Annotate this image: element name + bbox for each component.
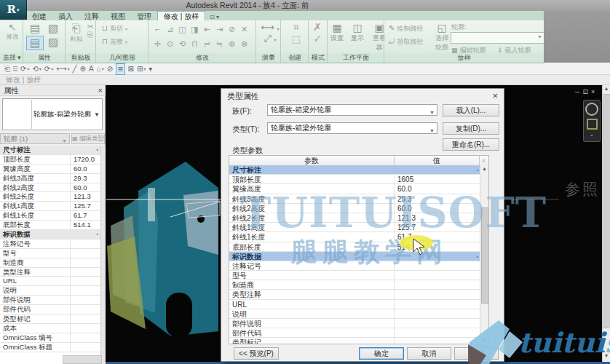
measure-icon[interactable]: ⟷▾: [56, 64, 69, 74]
join-geometry-button[interactable]: ⊓ 连接 ▾: [102, 36, 127, 47]
section-header-row[interactable]: 标识数据▪: [229, 252, 480, 261]
parameter-value[interactable]: 60.0: [395, 204, 480, 213]
measure-between-icon[interactable]: ⟷ ▾: [259, 22, 281, 33]
measure-along-icon[interactable]: ⤢ ▾: [259, 33, 281, 44]
parameter-row[interactable]: 型号: [229, 271, 480, 280]
steering-wheel-icon[interactable]: [585, 103, 598, 116]
group-label-modify[interactable]: 修改: [148, 53, 256, 63]
view-restore-icon[interactable]: ⊡: [582, 88, 591, 95]
modify-tool-button[interactable]: ↖ 修改: [3, 22, 22, 41]
parameter-row[interactable]: 注释记号: [229, 261, 480, 271]
group-label-measure[interactable]: 测量: [256, 53, 281, 63]
group-label-clipboard[interactable]: 剪贴板: [66, 53, 96, 63]
app-menu-button[interactable]: R▾: [0, 0, 27, 20]
thin-lines-icon[interactable]: ≣: [116, 63, 124, 75]
parameter-value[interactable]: [71, 305, 100, 314]
parameter-row[interactable]: 类型标记: [0, 314, 100, 324]
section-icon[interactable]: ⊘: [107, 64, 113, 74]
close-inactive-windows-icon[interactable]: ⊠: [128, 64, 134, 74]
scroll-up-icon[interactable]: ▲: [603, 86, 610, 91]
parameter-value[interactable]: [71, 333, 100, 342]
parameter-value[interactable]: [71, 314, 100, 323]
parameter-value[interactable]: [71, 258, 100, 267]
parameter-row[interactable]: 顶部长度1720.0: [0, 155, 100, 165]
scrollbar-thumb[interactable]: [481, 207, 489, 304]
family-category-icon[interactable]: ▧: [44, 22, 62, 35]
parameter-value[interactable]: [395, 309, 480, 318]
properties-help-button[interactable]: [63, 355, 102, 364]
scale-icon[interactable]: ≒: [213, 36, 226, 51]
parameter-row[interactable]: URL: [229, 300, 480, 309]
parameter-row[interactable]: 注释记号: [0, 240, 100, 249]
workplane-show-button[interactable]: ◫ 显示: [349, 22, 365, 52]
extend-icon[interactable]: ⇤: [201, 22, 213, 36]
parameter-value[interactable]: [395, 319, 480, 328]
unpin-icon[interactable]: ⊗: [238, 36, 250, 51]
parameter-value[interactable]: [395, 290, 480, 298]
parameter-value[interactable]: [71, 324, 100, 333]
section-header-row[interactable]: 尺寸标注▪: [0, 146, 100, 155]
parameter-value[interactable]: [71, 296, 100, 304]
group-label-select[interactable]: 选择 ▾: [0, 53, 23, 63]
workplane-set-button[interactable]: ▦ 设置: [329, 22, 345, 52]
family-dropdown[interactable]: 轮廓族-箱梁外轮廓 ▼: [267, 104, 437, 116]
group-label-mode[interactable]: 模式: [309, 53, 328, 63]
paste-button[interactable]: ⎗ 粘贴: [68, 22, 84, 44]
copy-clipboard-icon[interactable]: ⎘: [86, 31, 95, 39]
create-group-icon[interactable]: ⌗: [285, 22, 307, 33]
rename-button[interactable]: 重命名(R)...: [443, 138, 499, 151]
parameter-row[interactable]: 斜线1长度61.7: [229, 232, 480, 242]
navbar-chevron-icon[interactable]: ⌄: [584, 132, 600, 138]
parameter-value[interactable]: 61.7: [395, 232, 480, 241]
parameter-row[interactable]: 类型注释: [229, 290, 480, 299]
switch-windows-icon[interactable]: ⊞▾: [137, 64, 146, 74]
aligned-dimension-icon[interactable]: ╱: [73, 64, 77, 74]
workplane-viewer-button[interactable]: ▣ 查看器: [370, 22, 389, 52]
tag-icon[interactable]: ⊕: [80, 64, 86, 74]
open-icon[interactable]: ⎗: [4, 64, 10, 74]
view-close-icon[interactable]: ×: [591, 88, 598, 95]
parameter-value[interactable]: [395, 328, 480, 337]
qat-customize-icon[interactable]: ▾: [148, 64, 152, 74]
parameter-row[interactable]: 制造商: [0, 258, 100, 268]
parameter-value[interactable]: [71, 268, 100, 277]
section-header-row[interactable]: 尺寸标注▪: [229, 165, 480, 175]
ribbon-state-icon[interactable]: ⊡ ▾: [205, 14, 223, 20]
select-profile-button[interactable]: ◱ 选择 轮廓: [434, 22, 450, 52]
properties-table-scrollbar[interactable]: [100, 146, 106, 364]
table-scrollbar[interactable]: ▲ ▼: [480, 165, 488, 344]
scrollbar-thumb[interactable]: [603, 94, 610, 328]
parameter-value[interactable]: 61.7: [71, 211, 100, 220]
mirror-axis-icon[interactable]: ◨: [189, 22, 201, 36]
group-label-properties[interactable]: 属性: [23, 53, 66, 63]
parameter-row[interactable]: 底部长度514.1: [229, 242, 480, 252]
properties-filter-dropdown[interactable]: 轮廓 (1) ▼: [0, 133, 70, 144]
parameter-value[interactable]: 121.3: [395, 213, 480, 222]
properties-palette-icon[interactable]: ▤: [26, 36, 44, 50]
scroll-down-icon[interactable]: ▼: [480, 338, 488, 343]
parameter-value[interactable]: [395, 300, 480, 309]
parameter-row[interactable]: 翼缘高度60.0: [229, 184, 480, 194]
parameter-row[interactable]: 部件代码: [229, 328, 480, 338]
parameter-value[interactable]: 125.7: [71, 202, 100, 210]
value-column-header[interactable]: 值: [395, 156, 480, 165]
parameter-value[interactable]: [395, 261, 480, 270]
ok-button[interactable]: 确定: [359, 347, 404, 360]
parameter-row[interactable]: 部件代码: [0, 305, 100, 314]
mirror-project-icon[interactable]: ◫: [176, 22, 189, 36]
parameter-row[interactable]: 斜线1高度125.7: [229, 223, 480, 232]
parameter-value[interactable]: [71, 240, 100, 248]
preview-button[interactable]: << 预览(P): [234, 347, 279, 360]
family-types-icon[interactable]: ▤: [26, 22, 44, 35]
cut-geometry-button[interactable]: ⊔ 剪切 ▾: [102, 23, 127, 33]
align-icon[interactable]: ⌐: [151, 22, 164, 36]
parameter-row[interactable]: 斜线1高度125.7: [0, 202, 100, 211]
edit-type-button[interactable]: ▦ 编辑类型: [71, 133, 105, 144]
apply-button[interactable]: 应用: [454, 347, 499, 360]
close-icon[interactable]: ×: [98, 85, 103, 96]
parameter-value[interactable]: 60.0: [395, 184, 480, 193]
parameter-value[interactable]: [395, 271, 480, 280]
pick-path-button[interactable]: ⤾ 拾取路径: [389, 36, 423, 47]
cut-clipboard-icon[interactable]: ✂: [86, 23, 95, 31]
canvas-vertical-scrollbar[interactable]: ▲ ▼: [602, 85, 610, 364]
